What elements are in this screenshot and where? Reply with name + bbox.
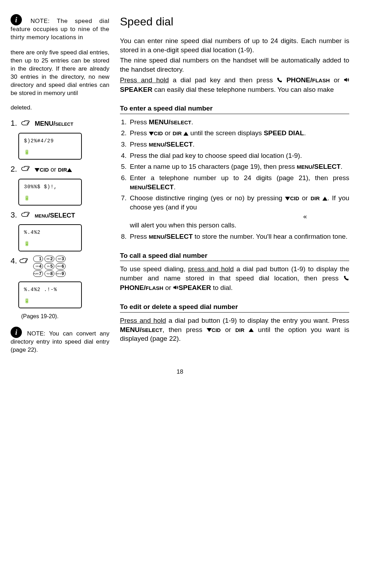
section-heading-call: To call a speed dial number bbox=[120, 251, 349, 261]
menu-label: MENU/ bbox=[35, 120, 55, 127]
speaker-icon bbox=[344, 76, 349, 85]
battery-icon: 🔋 bbox=[24, 195, 76, 202]
lcd-screen-4: %.4%2 .!-% 🔋 bbox=[18, 281, 82, 308]
phone-label: PHONE/ bbox=[286, 76, 312, 84]
step-1: Press MENU/SELECT. bbox=[128, 118, 349, 127]
cid-label: CID bbox=[40, 167, 49, 173]
sidebar-step-3: 3. MENU/SELECT bbox=[11, 210, 109, 221]
sidebar-step-4: 4. 1ABC2DEF3 GHI4JKL5MNO6 PQRS7TUV8WXYZ9 bbox=[11, 256, 109, 278]
intro-p1: You can enter nine speed dial numbers of… bbox=[120, 36, 349, 54]
sidebar-step-1: 1. MENU/SELECT bbox=[11, 118, 109, 129]
hand-point-icon bbox=[21, 165, 33, 175]
info-icon: i bbox=[11, 327, 22, 338]
phone-icon bbox=[277, 76, 283, 85]
speaker-icon bbox=[173, 284, 179, 293]
lcd-screen-1: $)2%#4/29 🔋 bbox=[18, 133, 82, 160]
select-label: /SELECT bbox=[48, 212, 75, 219]
step-2: Press CID or DIR until the screen displa… bbox=[128, 129, 349, 138]
note-1c: deleted. bbox=[11, 104, 109, 112]
up-arrow-icon bbox=[322, 197, 327, 201]
up-arrow-icon bbox=[249, 328, 254, 332]
hand-point-icon bbox=[21, 119, 33, 129]
flash-label: FLASH bbox=[312, 77, 330, 83]
dir-label: DIR bbox=[58, 167, 67, 173]
step-8: Press MENU/SELECT to store the number. Y… bbox=[128, 232, 349, 241]
or-text: or bbox=[330, 76, 344, 84]
step-number: 4. bbox=[11, 256, 17, 266]
press-hold: Press and hold bbox=[120, 76, 169, 84]
screen-text: 30%%$ $)!, bbox=[24, 184, 76, 190]
screen-text: $)2%#4/29 bbox=[24, 138, 76, 144]
step-number: 3. bbox=[11, 210, 17, 219]
battery-icon: 🔋 bbox=[24, 241, 76, 247]
down-arrow-icon bbox=[35, 168, 40, 172]
battery-icon: 🔋 bbox=[24, 298, 76, 304]
phone-icon bbox=[344, 274, 349, 283]
note-1a: i NOTE: The speed dial feature occupies … bbox=[11, 14, 109, 42]
intro-p2: The nine speed dial numbers on the hands… bbox=[120, 56, 349, 74]
hand-point-icon bbox=[19, 257, 31, 267]
step-5: Enter a name up to 15 characters (page 1… bbox=[128, 162, 349, 171]
section-heading-edit: To edit or delete a speed dial number bbox=[120, 302, 349, 313]
up-arrow-icon bbox=[67, 168, 72, 172]
note-2: i NOTE: You can convert any directory en… bbox=[11, 327, 109, 354]
screen-text: %.4%2 .!-% bbox=[24, 286, 76, 293]
down-arrow-icon bbox=[149, 132, 154, 136]
sidebar-step-2: 2. CID or DIR bbox=[11, 164, 109, 175]
menu-label: MENU bbox=[35, 213, 48, 219]
battery-icon: 🔋 bbox=[24, 149, 76, 156]
intro-p3: Press and hold a dial pad key and then p… bbox=[120, 76, 349, 94]
main-content: Speed dial You can enter nine speed dial… bbox=[120, 14, 349, 354]
page-number: 18 bbox=[11, 368, 349, 375]
section-heading-enter: To enter a speed dial number bbox=[120, 104, 349, 114]
hand-point-icon bbox=[21, 211, 33, 221]
step-6: Enter a telephone number up to 24 digits… bbox=[128, 173, 349, 191]
p3-b: a dial pad key and then press bbox=[169, 76, 277, 84]
call-paragraph: To use speed dialing, press and hold a d… bbox=[120, 265, 349, 292]
page-title: Speed dial bbox=[120, 14, 349, 29]
quote-mark: « bbox=[130, 212, 349, 221]
lcd-screen-3: %.4%2 🔋 bbox=[18, 224, 82, 251]
step-number: 2. bbox=[11, 165, 17, 173]
step-3: Press MENU/SELECT. bbox=[128, 140, 349, 149]
note-1a-text: The speed dial feature occupies up to ni… bbox=[11, 18, 109, 41]
or-text: or bbox=[50, 166, 56, 173]
down-arrow-icon bbox=[207, 328, 212, 332]
lcd-screen-2: 30%%$ $)!, 🔋 bbox=[18, 179, 82, 206]
dialpad-icon: 1ABC2DEF3 GHI4JKL5MNO6 PQRS7TUV8WXYZ9 bbox=[33, 256, 66, 278]
up-arrow-icon bbox=[183, 132, 188, 136]
page-reference: (Pages 19-20). bbox=[21, 313, 109, 320]
edit-paragraph: Press and hold a dial pad button (1-9) t… bbox=[120, 316, 349, 343]
page-container: i NOTE: The speed dial feature occupies … bbox=[11, 14, 349, 354]
sidebar: i NOTE: The speed dial feature occupies … bbox=[11, 14, 109, 354]
note-2-text: You can convert any directory entry into… bbox=[11, 330, 109, 353]
info-icon: i bbox=[11, 14, 22, 25]
p3-c: can easily dial these telephone numbers.… bbox=[152, 86, 334, 93]
select-label: SELECT bbox=[55, 121, 73, 127]
speaker-label: SPEAKER bbox=[120, 86, 152, 93]
enter-steps: Press MENU/SELECT. Press CID or DIR unti… bbox=[120, 118, 349, 241]
note-1b: there are only five speed dial entries, … bbox=[11, 49, 109, 97]
note-prefix: NOTE: bbox=[27, 330, 46, 337]
down-arrow-icon bbox=[285, 197, 290, 201]
step-number: 1. bbox=[11, 119, 17, 127]
note-prefix: NOTE: bbox=[30, 18, 49, 24]
step-4: Press the dial pad key to choose speed d… bbox=[128, 151, 349, 160]
step-7: Choose distinctive ringing (yes or no) b… bbox=[128, 194, 349, 230]
screen-text: %.4%2 bbox=[24, 229, 76, 236]
